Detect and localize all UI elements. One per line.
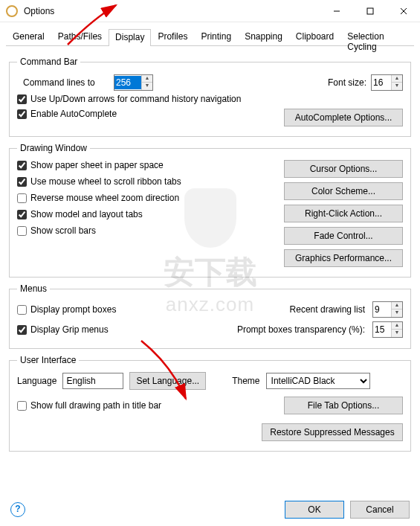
recent-list-input[interactable] [373, 303, 391, 316]
down-arrow-icon[interactable]: ▼ [392, 330, 402, 337]
drawing-window-legend: Drawing Window [17, 143, 90, 153]
down-arrow-icon[interactable]: ▼ [142, 83, 152, 90]
theme-select[interactable]: IntelliCAD Black [266, 373, 370, 389]
transparency-input[interactable] [373, 323, 391, 336]
maximize-button[interactable] [353, 0, 387, 22]
command-lines-label: Command lines to [17, 77, 114, 88]
drawing-window-group: Drawing Window Show paper sheet in paper… [9, 143, 411, 278]
language-field[interactable] [62, 373, 123, 389]
tab-snapping[interactable]: Snapping [238, 28, 289, 45]
recent-list-spinner[interactable]: ▲▼ [372, 301, 403, 318]
user-interface-group: User Interface Language Set Language... … [9, 355, 411, 452]
svg-rect-1 [367, 8, 373, 14]
show-model-checkbox[interactable]: Show model and layout tabs [17, 209, 275, 219]
cursor-options-button[interactable]: Cursor Options... [284, 160, 403, 178]
graphics-performance-button[interactable]: Graphics Performance... [284, 249, 403, 267]
ok-button[interactable]: OK [285, 501, 344, 519]
minimize-button[interactable] [320, 0, 353, 22]
fade-control-button[interactable]: Fade Control... [284, 227, 403, 245]
command-lines-spinner[interactable]: ▲▼ [114, 74, 153, 91]
right-click-action-button[interactable]: Right-Click Action... [284, 205, 403, 222]
command-bar-group: Command Bar Command lines to ▲▼ Font siz… [9, 57, 411, 137]
menus-legend: Menus [17, 283, 50, 294]
menus-group: Menus Display prompt boxes Recent drawin… [9, 283, 411, 349]
tab-clipboard[interactable]: Clipboard [289, 28, 340, 45]
show-path-checkbox[interactable]: Show full drawing path in title bar [17, 400, 284, 411]
file-tab-options-button[interactable]: File Tab Options... [284, 397, 403, 414]
up-arrow-icon[interactable]: ▲ [392, 302, 402, 309]
theme-label: Theme [232, 376, 259, 386]
command-lines-input[interactable] [114, 76, 141, 89]
up-arrow-icon[interactable]: ▲ [392, 322, 402, 330]
use-arrows-checkbox[interactable]: Use Up/Down arrows for command history n… [17, 94, 403, 104]
set-language-button[interactable]: Set Language... [129, 372, 206, 390]
font-size-spinner[interactable]: ▲▼ [371, 74, 403, 91]
tab-display[interactable]: Display [109, 29, 151, 46]
recent-list-label: Recent drawing list [290, 304, 365, 315]
cancel-button[interactable]: Cancel [350, 501, 410, 519]
up-arrow-icon[interactable]: ▲ [392, 75, 402, 83]
show-scroll-checkbox[interactable]: Show scroll bars [17, 225, 275, 236]
user-interface-legend: User Interface [17, 355, 79, 365]
transparency-label: Prompt boxes transparency (%): [237, 324, 365, 335]
close-button[interactable] [387, 0, 420, 22]
autocomplete-options-button[interactable]: AutoComplete Options... [284, 109, 403, 126]
font-size-input[interactable] [372, 76, 391, 89]
display-prompt-checkbox[interactable]: Display prompt boxes [17, 304, 290, 315]
tab-general[interactable]: General [6, 28, 51, 45]
window-title: Options [24, 6, 320, 16]
help-icon[interactable]: ? [10, 502, 25, 517]
show-paper-checkbox[interactable]: Show paper sheet in paper space [17, 160, 275, 170]
tab-printing[interactable]: Printing [194, 28, 238, 45]
tab-selection-cycling[interactable]: Selection Cycling [340, 28, 414, 45]
tab-profiles[interactable]: Profiles [151, 28, 194, 45]
command-bar-legend: Command Bar [17, 57, 80, 67]
transparency-spinner[interactable]: ▲▼ [372, 321, 403, 338]
enable-autocomplete-checkbox[interactable]: Enable AutoComplete [17, 109, 275, 119]
reverse-wheel-checkbox[interactable]: Reverse mouse wheel zoom direction [17, 193, 275, 203]
app-icon [6, 5, 18, 17]
tab-paths-files[interactable]: Paths/Files [51, 28, 109, 45]
font-size-label: Font size: [328, 77, 366, 88]
restore-suppressed-button[interactable]: Restore Suppressed Messages [262, 423, 403, 441]
display-grip-checkbox[interactable]: Display Grip menus [17, 324, 237, 335]
use-wheel-checkbox[interactable]: Use mouse wheel to scroll ribbon tabs [17, 176, 275, 187]
down-arrow-icon[interactable]: ▼ [392, 309, 402, 317]
language-label: Language [17, 376, 56, 386]
up-arrow-icon[interactable]: ▲ [142, 75, 152, 83]
tab-bar: General Paths/Files Display Profiles Pri… [6, 28, 414, 46]
down-arrow-icon[interactable]: ▼ [392, 83, 402, 90]
color-scheme-button[interactable]: Color Scheme... [284, 182, 403, 200]
